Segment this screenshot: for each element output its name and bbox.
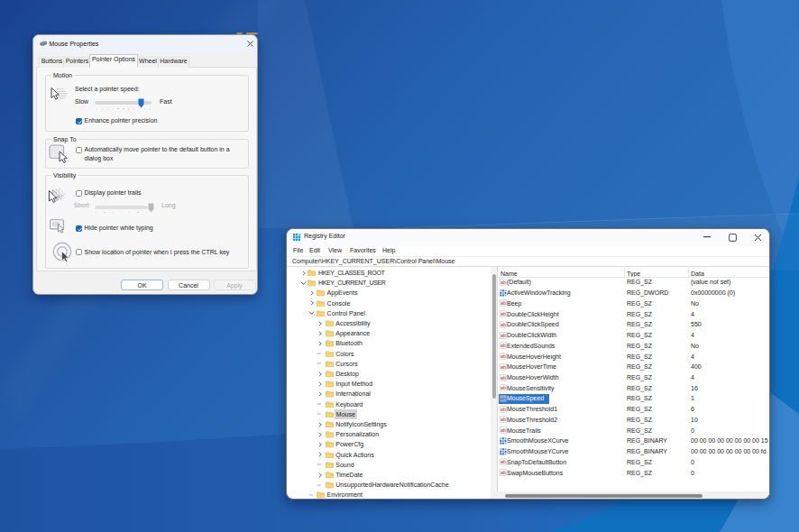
svg-text:ab: ab <box>501 374 506 380</box>
svg-text:ab: ab <box>501 427 506 433</box>
svg-text:ab: ab <box>501 353 506 359</box>
svg-text:ab: ab <box>501 322 506 327</box>
svg-text:ab: ab <box>501 396 506 401</box>
svg-text:ab: ab <box>501 385 506 390</box>
svg-text:ab: ab <box>501 280 506 285</box>
svg-text:ab: ab <box>501 311 506 316</box>
svg-text:ab: ab <box>501 459 506 464</box>
svg-text:ab: ab <box>501 300 506 306</box>
svg-text:ab: ab <box>501 406 506 411</box>
svg-text:ab: ab <box>501 363 506 369</box>
svg-text:ab: ab <box>501 417 506 422</box>
svg-text:ab: ab <box>501 332 506 337</box>
svg-text:ab: ab <box>501 343 506 348</box>
svg-text:ab: ab <box>501 470 506 475</box>
